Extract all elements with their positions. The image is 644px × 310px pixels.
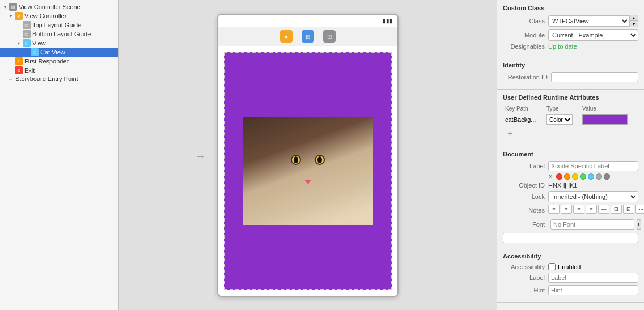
notes-align-left[interactable]: ≡: [548, 205, 560, 214]
restoration-id-label: Restoration ID: [503, 74, 551, 80]
module-select[interactable]: Current - Example: [548, 29, 638, 41]
expand-arrow-vc[interactable]: [8, 13, 14, 19]
udra-title: User Defined Runtime Attributes: [503, 94, 638, 101]
add-udra-row-btn[interactable]: +: [503, 126, 638, 141]
notes-align-center[interactable]: ≡: [561, 205, 572, 214]
notes-row: Notes ≡ ≡ ≡ ≡ — ⊡ ⊡ ···: [503, 205, 638, 216]
toolbar-btn-yellow[interactable]: ●: [280, 30, 293, 43]
class-stepper-down[interactable]: ▾: [630, 21, 638, 27]
expand-arrow-view[interactable]: [16, 40, 22, 46]
toolbar-btn-gray[interactable]: ⊡: [323, 30, 336, 43]
udra-type-select[interactable]: Color: [546, 114, 573, 125]
restoration-id-input[interactable]: [551, 72, 638, 82]
color-dot-gray[interactable]: [604, 173, 610, 180]
restoration-id-row: Restoration ID: [503, 72, 638, 82]
tree-item-exit[interactable]: ⊗ Exit: [0, 66, 118, 75]
tree-label-cat-view: Cat View: [40, 49, 65, 56]
tree-label-scene: View Controller Scene: [19, 3, 80, 10]
notes-text-area-row: [503, 233, 638, 243]
phone-frame: ▮▮▮ ● ⊞ ⊡: [217, 14, 399, 297]
center-panel: → ▮▮▮ ● ⊞ ⊡: [119, 0, 497, 310]
cat-face: [243, 117, 373, 225]
phone-toolbar: ● ⊞ ⊡: [218, 27, 397, 46]
color-dot-orange[interactable]: [564, 173, 570, 180]
fr-icon: !: [15, 57, 23, 65]
color-dot-yellow[interactable]: [572, 173, 578, 180]
acc-hint-label: Hint: [503, 287, 548, 294]
object-id-row: Object ID HNX-lj-lK1: [503, 182, 638, 189]
class-label: Class: [503, 18, 548, 24]
color-dot-green[interactable]: [580, 173, 586, 180]
exit-icon: ⊗: [15, 66, 23, 74]
tree-item-first-responder[interactable]: ! First Responder: [0, 57, 118, 66]
class-stepper-up[interactable]: ▴: [630, 15, 638, 21]
lock-label: Lock: [503, 193, 548, 200]
tree-item-bottom-layout[interactable]: ▭ Bottom Layout Guide: [0, 29, 118, 39]
layout-icon-bottom: ▭: [23, 30, 31, 38]
cat-nose: [304, 180, 311, 185]
udra-col-value: Value: [580, 104, 638, 113]
custom-class-section: Custom Class Class WTFCatView ▴ ▾ Module…: [497, 0, 644, 57]
color-dot-lightgray[interactable]: [596, 173, 602, 180]
font-input[interactable]: [550, 219, 634, 230]
color-dots-row: ✕: [503, 173, 638, 180]
enabled-checkbox: Enabled: [548, 263, 581, 270]
notes-align-right[interactable]: ≡: [573, 205, 584, 214]
identity-section: Identity Restoration ID: [497, 57, 644, 90]
font-row: Font T ▴ ▾: [503, 218, 638, 231]
color-dots: [556, 173, 610, 180]
cat-view-container[interactable]: [224, 52, 392, 290]
object-id-label: Object ID: [503, 182, 548, 189]
scene-icon: ▤: [9, 3, 17, 11]
acc-hint-row: Hint: [503, 285, 638, 295]
notes-label: Notes: [503, 207, 548, 214]
font-label: Font: [503, 221, 548, 228]
tree-item-vc[interactable]: V View Controller: [0, 11, 118, 20]
designables-label: Designables: [503, 43, 548, 50]
class-select[interactable]: WTFCatView: [548, 15, 630, 27]
udra-table: Key Path Type Value catBackg... Color: [503, 104, 638, 126]
document-section: Document Label ✕ Object ID HNX-lj-lK1 Lo…: [497, 146, 644, 248]
tree-label-top-layout: Top Layout Guide: [32, 22, 81, 28]
tree-label-fr: First Responder: [24, 58, 69, 65]
tree-item-view[interactable]: □ View: [0, 39, 118, 48]
notes-link[interactable]: ⊡: [611, 205, 622, 214]
layout-icon-top: ▭: [23, 21, 31, 29]
tree-item-top-layout[interactable]: ▭ Top Layout Guide: [0, 20, 118, 29]
acc-label-label: Label: [503, 274, 548, 281]
notes-extra-input[interactable]: [503, 233, 638, 243]
acc-label-input[interactable]: [548, 273, 638, 283]
lock-select[interactable]: Inherited - (Nothing): [548, 191, 638, 202]
catview-icon: □: [31, 48, 39, 56]
tree-item-scene[interactable]: ▤ View Controller Scene: [0, 2, 118, 11]
tree-item-storyboard-entry[interactable]: → Storyboard Entry Point: [0, 75, 118, 83]
cat-image: [243, 117, 373, 225]
label-input[interactable]: [548, 161, 638, 171]
udra-col-keypath: Key Path: [503, 104, 544, 113]
enabled-label: Enabled: [558, 264, 581, 270]
expand-arrow[interactable]: [2, 4, 8, 10]
notes-hr[interactable]: —: [598, 205, 609, 214]
enabled-checkbox-input[interactable]: [548, 263, 556, 270]
label-label: Label: [503, 163, 548, 169]
toolbar-btn-blue[interactable]: ⊞: [302, 30, 314, 43]
color-dot-red[interactable]: [556, 173, 562, 180]
notes-more[interactable]: ···: [635, 205, 644, 214]
acc-hint-input[interactable]: [548, 285, 638, 295]
tree-item-cat-view[interactable]: □ Cat View: [0, 48, 118, 57]
color-dot-blue[interactable]: [588, 173, 594, 180]
accessibility-row: Accessibility Enabled: [503, 263, 638, 270]
module-label: Module: [503, 32, 548, 39]
cat-eyes: [291, 155, 325, 165]
tree-label-view: View: [32, 40, 46, 46]
notes-align-justify[interactable]: ≡: [586, 205, 597, 214]
tree-label-exit: Exit: [24, 67, 35, 74]
class-select-container: WTFCatView ▴ ▾: [548, 15, 638, 27]
x-button[interactable]: ✕: [548, 173, 553, 180]
font-picker-btn[interactable]: T: [637, 219, 641, 230]
class-stepper: ▴ ▾: [630, 15, 638, 27]
color-swatch[interactable]: [582, 114, 628, 125]
entry-arrow-icon: →: [8, 76, 14, 82]
notes-attach[interactable]: ⊡: [623, 205, 634, 214]
lock-row: Lock Inherited - (Nothing): [503, 191, 638, 202]
